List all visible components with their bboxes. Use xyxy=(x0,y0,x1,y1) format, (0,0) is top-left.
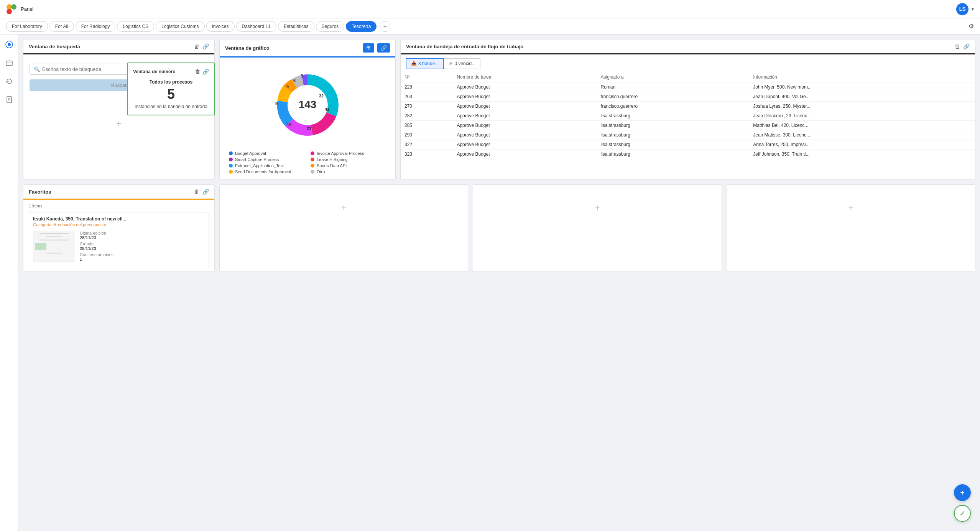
tab-invoices[interactable]: Invoices xyxy=(206,21,235,32)
workflow-panel-title: Ventana de bandeja de entrada de flujo d… xyxy=(406,44,523,49)
fav-meta: Última edición 28/11/23 Creado 28/11/23 … xyxy=(80,231,113,263)
cell-number: 323 xyxy=(401,150,453,159)
empty-panel-1: + xyxy=(219,184,468,271)
table-row[interactable]: 263 Approve Budget francisco.guerrero Je… xyxy=(401,92,975,102)
chart-panel-link-icon[interactable]: 🔗 xyxy=(377,43,390,53)
legend-sports: Sports Data API xyxy=(311,163,386,168)
fav-meta-ultima-edicion: Última edición 28/11/23 xyxy=(80,231,113,240)
fav-meta-archivos: Contiene archivos 1 xyxy=(80,252,113,261)
sidebar-icon-home[interactable] xyxy=(4,39,15,50)
sidebar-icon-folder[interactable] xyxy=(4,58,15,68)
favorites-panel-link-icon[interactable]: 🔗 xyxy=(202,189,209,195)
thumb-line-1 xyxy=(39,233,69,234)
empty-add-center[interactable]: + xyxy=(220,185,468,231)
legend-label-budget: Budget Approval xyxy=(235,151,266,156)
label-41: 41 xyxy=(325,107,329,112)
legend-label-lease: Lease E-Signing xyxy=(317,157,348,162)
fav-meta-ultima-value: 28/11/23 xyxy=(80,235,96,240)
workflow-tab-overdue[interactable]: ⚠ 0 vencid... xyxy=(444,58,480,69)
workflow-tab-inbox-label: 8 bande... xyxy=(418,61,439,66)
legend-invoice: Invoice Approval Process xyxy=(311,151,386,156)
number-window-link-icon[interactable]: 🔗 xyxy=(202,69,209,75)
table-row[interactable]: 323 Approve Budget lisa.strassburg Jeff … xyxy=(401,150,975,159)
sidebar-icon-refresh[interactable] xyxy=(4,76,15,87)
number-window-sub: Instancias en la bandeja de entrada xyxy=(133,104,209,109)
cell-info: Jean Matisse, 300, Licenc... xyxy=(749,130,975,140)
tab-seguros[interactable]: Seguros xyxy=(316,21,345,32)
legend-extranet: Extranet_Application_Test xyxy=(229,163,304,168)
col-task-name: Nombre de tarea xyxy=(453,72,597,82)
workflow-tab-inbox[interactable]: 📥 8 bande... xyxy=(406,58,444,69)
number-window-value: 5 xyxy=(133,86,209,102)
col-number: Nº xyxy=(401,72,453,82)
cell-task: Approve Budget xyxy=(453,111,597,121)
legend-label-extranet: Extranet_Application_Test xyxy=(235,163,284,168)
search-panel-header: Ventana de búsqueda 🗑 🔗 xyxy=(23,39,214,54)
workflow-table-header-row: Nº Nombre de tarea Asignado a Informació… xyxy=(401,72,975,82)
sidebar-icon-document[interactable] xyxy=(4,94,15,105)
tab-logistics-cs[interactable]: Logistics CS xyxy=(117,21,154,32)
table-row[interactable]: 285 Approve Budget lisa.strassburg Matth… xyxy=(401,121,975,130)
workflow-panel-link-icon[interactable]: 🔗 xyxy=(963,43,970,49)
cell-number: 228 xyxy=(401,82,453,92)
workflow-panel-delete-icon[interactable]: 🗑 xyxy=(955,43,960,49)
favorites-body: 1 items Itsuki Kaneda, 350, Translation … xyxy=(23,200,214,271)
fav-item-category: Categoría: Aprobación del presupuesto xyxy=(33,222,205,227)
svg-point-1 xyxy=(11,4,16,10)
legend-smart-capture: Smart Capture Process xyxy=(229,157,304,162)
tab-logistics-customs[interactable]: Logistics Customs xyxy=(156,21,204,32)
search-panel-delete-icon[interactable]: 🗑 xyxy=(194,43,199,49)
fav-item-details: Última edición 28/11/23 Creado 28/11/23 … xyxy=(33,231,205,263)
table-row[interactable]: 270 Approve Budget francisco.guerrero Jo… xyxy=(401,102,975,111)
legend-budget-approval: Budget Approval xyxy=(229,151,304,156)
fab-add-button[interactable]: + xyxy=(954,484,971,501)
label-5: 5 xyxy=(301,74,303,78)
number-window: Ventana de número 🗑 🔗 Todos los procesos… xyxy=(127,62,215,115)
label-22: 22 xyxy=(307,126,311,131)
workflow-table-body: 228 Approve Budget Roman John Myer, 500,… xyxy=(401,82,975,159)
avatar[interactable]: LS xyxy=(956,3,968,15)
search-panel-link-icon[interactable]: 🔗 xyxy=(202,43,209,49)
avatar-chevron-icon[interactable]: ▾ xyxy=(972,7,974,12)
fab-confirm-button[interactable]: ✓ xyxy=(954,505,971,522)
favorites-panel-actions: 🗑 🔗 xyxy=(194,189,209,195)
workflow-table: Nº Nombre de tarea Asignado a Informació… xyxy=(401,72,975,159)
favorites-panel-header: Favoritos 🗑 🔗 xyxy=(23,185,214,200)
chart-panel-delete-icon[interactable]: 🗑 xyxy=(363,43,374,53)
chart-panel-actions: 🗑 🔗 xyxy=(363,43,390,53)
fav-meta-archivos-label: Contiene archivos xyxy=(80,252,113,257)
legend-otro: Otro xyxy=(311,169,386,174)
tab-add-button[interactable]: + xyxy=(380,21,390,32)
favorites-item: Itsuki Kaneda, 350, Translation of new c… xyxy=(29,212,209,267)
svg-point-2 xyxy=(7,9,12,14)
chart-panel-header: Ventana de gráfico 🗑 🔗 xyxy=(220,39,395,58)
table-row[interactable]: 282 Approve Budget lisa.strassburg Jean … xyxy=(401,111,975,121)
label-9-top: 9 xyxy=(286,84,289,89)
empty-add-right[interactable]: + xyxy=(473,185,721,231)
empty-add-far-right[interactable]: + xyxy=(727,185,975,231)
table-row[interactable]: 322 Approve Budget lisa.strassburg Anna … xyxy=(401,140,975,150)
tab-dashboard-11[interactable]: Dashboard 11 xyxy=(236,21,276,32)
cell-number: 290 xyxy=(401,130,453,140)
legend-label-invoice: Invoice Approval Process xyxy=(317,151,364,156)
chart-panel-title: Ventana de gráfico xyxy=(225,45,270,51)
tab-estadisticas[interactable]: Estadísticas xyxy=(278,21,314,32)
tab-for-laboratory[interactable]: For Laboratory xyxy=(6,21,48,32)
cell-info: Joshua Lyras, 250, Myster... xyxy=(749,102,975,111)
sidebar xyxy=(0,35,18,531)
tab-tesoreria[interactable]: Tesorería xyxy=(346,21,377,32)
legend-dot-lease xyxy=(311,158,314,161)
tab-for-radiology[interactable]: For Radiology xyxy=(76,21,116,32)
favorites-panel-delete-icon[interactable]: 🗑 xyxy=(194,189,199,195)
svg-rect-5 xyxy=(6,61,12,66)
cell-task: Approve Budget xyxy=(453,150,597,159)
fav-meta-ultima-label: Última edición xyxy=(80,231,106,235)
thumb-line-3 xyxy=(39,240,69,240)
tab-settings-icon[interactable]: ⚙ xyxy=(968,23,974,30)
table-row[interactable]: 228 Approve Budget Roman John Myer, 500,… xyxy=(401,82,975,92)
tab-for-all[interactable]: For All xyxy=(49,21,74,32)
number-window-delete-icon[interactable]: 🗑 xyxy=(195,69,200,75)
cell-assigned: Roman xyxy=(597,82,749,92)
table-row[interactable]: 290 Approve Budget lisa.strassburg Jean … xyxy=(401,130,975,140)
cell-number: 285 xyxy=(401,121,453,130)
